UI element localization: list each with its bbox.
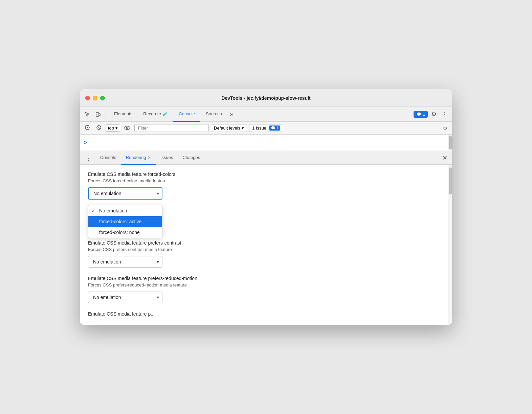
rendering-tab-close[interactable]: ✕ [148,155,151,160]
prefers-contrast-desc: Forces CSS prefers-contrast media featur… [88,247,440,252]
prefers-reduced-motion-title: Emulate CSS media feature prefers-reduce… [88,276,440,281]
settings-button[interactable]: ⚙ [429,109,439,119]
forced-colors-section: Emulate CSS media feature forced-colors … [88,171,440,200]
panel-tab-rendering[interactable]: Rendering ✕ [121,151,156,165]
issues-badge: 1 Issue: 💬 1 [249,124,283,132]
svg-rect-1 [99,114,100,116]
prefers-reduced-motion-select-wrapper: No emulation ▾ [88,292,162,303]
console-prompt-section: > [80,135,452,151]
svg-point-8 [127,127,128,129]
window-title: DevTools - jec.fyi/demo/pup-slow-result [221,95,310,101]
issue-count: 💬 1 [269,125,280,131]
prefers-reduced-motion-section: Emulate CSS media feature prefers-reduce… [88,276,440,303]
forced-colors-select[interactable]: No emulation forced-colors: active force… [88,187,162,200]
device-toolbar-button[interactable] [93,110,103,118]
prefers-contrast-section: Emulate CSS media feature prefers-contra… [88,240,440,268]
forced-colors-desc: Forces CSS forced-colors media feature [88,178,440,183]
panel-close-button[interactable]: ✕ [440,153,449,163]
context-selector[interactable]: top ▾ [106,124,120,132]
bottom-partial-title: Emulate CSS media feature p... [88,311,440,317]
tab-recorder[interactable]: Recorder 🧪 [138,107,173,122]
dropdown-option-no-emulation[interactable]: ✓ No emulation [88,205,162,216]
devtools-window: DevTools - jec.fyi/demo/pup-slow-result … [80,89,452,325]
rendering-scroll-area: Emulate CSS media feature forced-colors … [80,165,448,325]
bottom-panel: ⋮ Console Rendering ✕ Issues Changes ✕ [80,151,452,325]
top-scrollbar[interactable] [448,135,452,151]
console-toolbar: top ▾ Default levels ▾ 1 Issue: 💬 1 ⚙ [80,122,452,135]
message-badge: 💬 1 [414,111,428,118]
titlebar: DevTools - jec.fyi/demo/pup-slow-result [80,89,452,107]
eye-button[interactable] [122,124,132,132]
panel-scrollbar-thumb[interactable] [449,167,452,194]
prefers-reduced-motion-desc: Forces CSS prefers-reduced-motion media … [88,282,440,288]
forced-colors-dropdown: ✓ No emulation forced-colors: active for… [88,205,162,238]
filter-input[interactable] [134,124,209,132]
svg-point-7 [125,126,130,130]
panel-more-button[interactable]: ⋮ [83,153,94,163]
svg-rect-0 [96,113,99,116]
no-icon-button[interactable] [94,124,104,132]
panel-tabs: ⋮ Console Rendering ✕ Issues Changes ✕ [80,151,452,165]
prefers-contrast-select[interactable]: No emulation [88,256,162,268]
svg-line-6 [97,126,100,129]
top-scrollbar-thumb[interactable] [449,136,452,150]
tab-sources[interactable]: Sources [200,107,227,122]
more-tabs-button[interactable]: » [227,110,236,118]
console-settings-button[interactable]: ⚙ [441,124,449,132]
default-levels-button[interactable]: Default levels ▾ [211,124,247,132]
console-prompt-area: > [80,135,448,151]
tab-console[interactable]: Console [173,107,200,122]
panel-tab-console[interactable]: Console [95,151,121,165]
panel-scrollbar[interactable] [448,165,452,325]
prefers-contrast-select-wrapper: No emulation ▾ [88,256,162,268]
panel-tab-changes[interactable]: Changes [178,151,205,165]
prefers-contrast-title: Emulate CSS media feature prefers-contra… [88,240,440,246]
maximize-button[interactable] [100,96,105,100]
more-options-button[interactable]: ⋮ [440,110,449,119]
forced-colors-title: Emulate CSS media feature forced-colors [88,171,440,177]
panel-tab-issues[interactable]: Issues [156,151,178,165]
forced-colors-select-wrapper: No emulation forced-colors: active force… [88,187,162,200]
traffic-lights [85,96,105,100]
dropdown-option-forced-none[interactable]: forced-colors: none [88,227,162,238]
prefers-reduced-motion-select[interactable]: No emulation [88,292,162,303]
rendering-panel-content: Emulate CSS media feature forced-colors … [80,165,452,325]
minimize-button[interactable] [93,96,97,100]
inspect-element-button[interactable] [83,110,92,118]
checkmark-icon: ✓ [92,208,95,213]
tab-elements[interactable]: Elements [109,107,138,122]
clear-console-button[interactable] [83,124,92,132]
console-prompt-symbol: > [84,140,87,146]
devtools-toolbar: Elements Recorder 🧪 Console Sources » 💬 … [80,107,452,122]
toolbar-divider-1 [106,110,106,118]
close-button[interactable] [85,96,90,100]
dropdown-option-forced-active[interactable]: forced-colors: active [88,216,162,227]
bottom-partial-section: Emulate CSS media feature p... [88,311,440,317]
main-tab-nav: Elements Recorder 🧪 Console Sources » [109,107,236,122]
